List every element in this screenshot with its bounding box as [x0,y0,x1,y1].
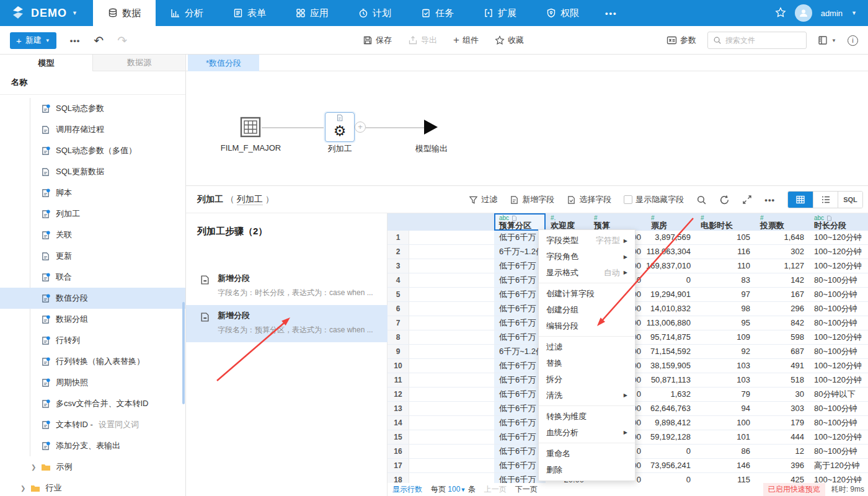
params-button[interactable]: 参数 [666,35,696,46]
nav-tab-schedule[interactable]: 计划 [343,0,406,26]
filter-button[interactable]: 过滤 [469,194,497,205]
transform-node-column-processing[interactable]: ⚙ [325,112,355,142]
source-table-node[interactable] [240,117,261,140]
panel-more-icon[interactable]: ••• [764,195,775,205]
expand-icon[interactable] [742,195,752,205]
sidebar-model-item[interactable]: 行列转换（输入表替换） [0,351,186,372]
sidebar-scrollbar[interactable] [182,302,185,404]
brand-chevron-down-icon[interactable]: ▼ [72,10,78,16]
save-button[interactable]: 保存 [363,35,392,46]
nav-tab-permissions[interactable]: 权限 [531,0,594,26]
step-item[interactable]: 新增分段 字段名为：预算分区，表达式为：case when ... [186,305,388,342]
context-menu-item[interactable]: 字段角色 ▶ [539,249,635,265]
sidebar-folder-industry[interactable]: ❯ 行业 [20,477,182,496]
output-node-icon[interactable] [424,120,438,135]
sidebar-model-item[interactable]: 数据分组 [0,309,186,330]
tab-datasource[interactable]: 数据源 [93,55,186,71]
sidebar-folder-examples[interactable]: ❯ 示例 [31,456,186,477]
component-button[interactable]: + 组件 [453,34,479,46]
sidebar-model-item[interactable]: 列加工 [0,203,186,224]
sidebar-model-item[interactable]: SQL更新数据 [0,161,186,182]
tab-model[interactable]: 模型 [0,55,93,71]
sidebar-model-item[interactable]: 文本转ID - 设置同义词 [0,414,186,435]
context-menu-item[interactable]: 替换 ▶ [539,355,635,371]
sidebar-model-item[interactable]: 脚本 [0,182,186,203]
toolbar-more-icon[interactable]: ••• [70,36,81,45]
nav-tab-extensions[interactable]: 扩展 [469,0,531,26]
search-input[interactable] [725,36,794,45]
view-grid-button[interactable] [788,192,813,208]
column-context-menu: 字段类型 字符型 ▶ 字段角色 ▶ 显示格式 自动 ▶ 创建计算字段 [538,229,636,481]
redo-icon[interactable]: ↷ [117,33,127,48]
context-menu-item[interactable]: 显示格式 自动 ▶ [539,265,635,283]
user-chevron-down-icon[interactable]: ▼ [851,10,857,16]
sidebar-model-item[interactable]: 更新 [0,246,186,267]
column-header-duration[interactable]: # 电影时长 [696,213,755,231]
sidebar-model-item[interactable]: 周期快照 [0,372,186,393]
star-icon[interactable] [775,7,786,20]
info-icon[interactable]: i [848,35,858,46]
context-menu-item[interactable]: 创建分组 ▶ [539,302,635,318]
context-menu-item[interactable]: 重命名 ▶ [539,446,635,462]
select-field-button[interactable]: 选择字段 [567,194,611,205]
nav-tab-analysis[interactable]: 分析 [156,0,218,26]
tab-document-numeric-segment[interactable]: *数值分段 [188,55,259,71]
cell-boxoffice: 71,154,592 [646,345,696,358]
sidebar-model-item[interactable]: 多csv文件合并、文本转ID [0,393,186,414]
column-header-budget[interactable]: # 预算 [589,213,646,231]
column-header-budget-zone[interactable]: abc 预算分区 [494,213,546,231]
table-search-icon[interactable] [696,195,707,205]
prev-page-button[interactable]: 上一页 [484,484,507,495]
context-menu-item[interactable]: 清洗 ▶ [539,388,635,406]
checkbox-unchecked-icon[interactable] [624,195,632,204]
new-button[interactable]: + 新建 ▼ [10,32,56,49]
sidebar-model-item[interactable]: SQL动态参数 [0,98,186,119]
sidebar-model-item[interactable]: 调用存储过程 [0,119,186,140]
username-label[interactable]: admin [821,9,843,18]
panel-title-editable[interactable]: 列加工 [237,194,263,205]
cell-duration: 109 [696,330,755,344]
context-menu-item[interactable]: 编辑分段 ▶ [539,318,635,337]
undo-icon[interactable]: ↶ [94,33,104,48]
layout-toggle-button[interactable]: ▼ [818,35,836,45]
cell-duration-segment: 80分钟以下 [809,388,868,401]
add-node-plus-icon[interactable]: + [355,122,366,133]
sidebar-model-item[interactable]: 行转列 [0,330,186,351]
file-search-box[interactable] [707,32,807,49]
page-size-control[interactable]: 每页 100▼ 条 [431,484,476,495]
column-header-duration-segment[interactable]: abc 时长分段 [809,213,868,231]
nav-tab-apps[interactable]: 应用 [281,0,343,26]
sidebar-model-item[interactable]: 添加分支、表输出 [0,435,186,456]
sidebar-model-item[interactable]: SQL动态参数（多值） [0,140,186,161]
export-button[interactable]: 导出 [408,35,437,46]
column-header-boxoffice[interactable]: # 票房 [646,213,696,231]
context-menu-item[interactable]: 创建计算字段 ▶ [539,286,635,302]
context-menu-item[interactable]: 字段类型 字符型 ▶ [539,232,635,249]
model-canvas[interactable]: ⚙ + FILM_F_MAJOR 列加工 模型输出 [186,71,868,186]
context-menu-item[interactable]: 过滤 ▶ [539,339,635,355]
add-field-button[interactable]: 新增字段 [510,194,554,205]
context-menu-item[interactable]: 拆分 ▶ [539,371,635,388]
sidebar-model-item[interactable]: 关联 [0,224,186,246]
refresh-icon[interactable] [719,195,730,205]
context-menu-item[interactable]: 转换为维度 ▶ [539,409,635,425]
user-avatar[interactable] [795,4,812,22]
column-header-popularity[interactable]: #. 欢迎度 [546,213,589,231]
nav-tab-form[interactable]: 表单 [218,0,281,26]
nav-tab-tasks[interactable]: 任务 [406,0,469,26]
show-hidden-fields-toggle[interactable]: 显示隐藏字段 [624,194,684,205]
nav-more-icon[interactable]: ••• [594,0,629,26]
context-menu-item[interactable]: 血统分析 ▶ [539,425,635,443]
view-list-button[interactable] [813,192,838,208]
sidebar-model-item[interactable]: 联合 [0,267,186,288]
sidebar-model-item[interactable]: 数值分段 [0,288,186,309]
favorite-button[interactable]: 收藏 [495,35,524,46]
column-header-votes[interactable]: # 投票数 [755,213,809,231]
view-sql-button[interactable]: SQL [838,192,862,208]
logo-zone[interactable]: DEMO ▼ [0,0,93,26]
nav-tab-data[interactable]: 数据 [93,0,156,26]
step-item[interactable]: 新增分段 字段名为：时长分段，表达式为：case when ... [186,268,388,305]
row-count-link[interactable]: 显示行数 [392,484,422,495]
context-menu-item[interactable]: 删除 ▶ [539,462,635,478]
next-page-button[interactable]: 下一页 [515,484,538,495]
